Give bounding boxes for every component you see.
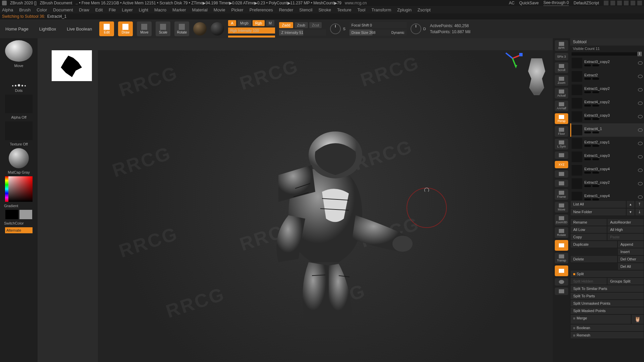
boolean-section[interactable]: Boolean xyxy=(570,324,644,331)
all-high-button[interactable]: All High xyxy=(607,226,644,233)
move3d-button[interactable]: Move xyxy=(555,202,568,213)
all-low-button[interactable]: All Low xyxy=(570,226,607,233)
menu-marker[interactable]: Marker xyxy=(172,7,186,12)
subtool-item[interactable]: Extract2 xyxy=(570,70,644,83)
color-picker[interactable] xyxy=(5,176,33,202)
arrow-up-icon[interactable]: ▴ xyxy=(626,200,635,208)
xpose-button[interactable] xyxy=(555,180,568,187)
visibility-eye-icon[interactable] xyxy=(638,61,643,65)
menu-color[interactable]: Color xyxy=(37,7,47,12)
scale-mode-button[interactable]: Scale xyxy=(156,21,170,36)
subtool-item[interactable]: Extract2_copy2 xyxy=(570,177,644,190)
rgb-intensity-slider[interactable]: Rgb Intensity 100 xyxy=(228,27,275,34)
actual-button[interactable]: Actual xyxy=(555,88,568,99)
ghost-button[interactable] xyxy=(555,265,568,276)
menu-draw[interactable]: Draw xyxy=(79,7,89,12)
visibility-eye-icon[interactable] xyxy=(638,102,643,105)
del-all-button[interactable]: Del All xyxy=(618,263,644,270)
rename-button[interactable]: Rename xyxy=(570,219,607,226)
subtool-item[interactable]: Extract4_1 xyxy=(570,123,644,137)
transp-button[interactable]: Transp xyxy=(555,253,568,263)
menu-render[interactable]: Render xyxy=(279,7,293,12)
menu-movie[interactable]: Movie xyxy=(214,7,225,12)
visibility-eye-icon[interactable] xyxy=(638,195,643,199)
maximize-icon[interactable] xyxy=(631,1,635,5)
menu-alpha[interactable]: Alpha xyxy=(2,7,13,12)
menu-picker[interactable]: Picker xyxy=(231,7,244,12)
subtool-item[interactable]: Extract1_copy4 xyxy=(570,190,644,200)
paste-button[interactable]: Paste xyxy=(607,233,644,241)
viewport[interactable]: RRCG RRCG RRCG RRCG RRCG RRCG RRCG RRCG … xyxy=(38,38,553,362)
visibility-eye-icon[interactable] xyxy=(638,88,643,92)
subtool-item[interactable]: Extract3_copy4 xyxy=(570,164,644,177)
subtool-item[interactable]: Extract3_copy2 xyxy=(570,56,644,70)
menu-preferences[interactable]: Preferences xyxy=(250,7,273,12)
material-thumbnail[interactable] xyxy=(9,148,29,168)
merge-section[interactable]: Merge xyxy=(570,314,631,324)
z-intensity-slider[interactable]: Z Intensity 51 xyxy=(279,29,326,36)
autoreorder-button[interactable]: AutoReorder xyxy=(607,219,644,226)
append-button[interactable]: Append xyxy=(618,241,644,248)
copy-button[interactable]: Copy xyxy=(570,233,607,241)
menu-icon[interactable] xyxy=(610,1,615,5)
new-folder-button[interactable]: New Folder xyxy=(570,208,626,216)
menu-document[interactable]: Document xyxy=(53,7,73,12)
edit-mode-button[interactable]: Edit xyxy=(99,21,114,36)
split-unmasked-button[interactable]: Split Unmasked Points xyxy=(570,300,644,307)
menu-light[interactable]: Light xyxy=(139,7,148,12)
visibility-eye-icon[interactable] xyxy=(638,155,643,159)
alpha-slot[interactable] xyxy=(5,95,33,113)
bpr-button[interactable]: BPR xyxy=(555,40,568,51)
floor-button[interactable]: Floor xyxy=(555,126,568,137)
arrow-down2-icon[interactable]: ⤓ xyxy=(635,208,644,216)
zcut-button[interactable]: Zcut xyxy=(309,22,322,28)
menu-icon[interactable] xyxy=(617,1,622,5)
lsym-button[interactable]: L.Sym xyxy=(555,139,568,149)
menu-layer[interactable]: Layer xyxy=(122,7,133,12)
color-swatches[interactable] xyxy=(5,210,32,219)
split-similar-button[interactable]: Split To Similar Parts xyxy=(570,285,644,292)
lightbox-button[interactable]: LightBox xyxy=(36,22,60,36)
menu-zscript[interactable]: Zscript xyxy=(418,7,431,12)
default-zscript-button[interactable]: DefaultZScript xyxy=(574,1,599,5)
delete-button[interactable]: Delete xyxy=(570,255,618,263)
s-knob[interactable] xyxy=(330,23,341,34)
switch-color-button[interactable]: SwitchColor xyxy=(2,221,24,225)
subtool-item[interactable]: Extract3_copy3 xyxy=(570,110,644,123)
subtool-item[interactable]: Extract4_copy2 xyxy=(570,97,644,110)
split-hidden-button[interactable]: Split Hidden xyxy=(570,278,607,285)
menu-texture[interactable]: Texture xyxy=(337,7,352,12)
stroke-thumbnail[interactable] xyxy=(5,70,33,86)
visibility-eye-icon[interactable] xyxy=(638,169,643,172)
focal-shift-slider[interactable]: Focal Shift 0 xyxy=(350,22,407,28)
rgb-a-button[interactable]: A xyxy=(228,20,236,26)
move-mode-button[interactable]: Move xyxy=(137,21,152,36)
menu-file[interactable]: File xyxy=(109,7,116,12)
xyz-button[interactable]: XYZ xyxy=(555,161,568,168)
duplicate-button[interactable]: Duplicate xyxy=(570,241,618,248)
menu-stencil[interactable]: Stencil xyxy=(299,7,312,12)
menu-material[interactable]: Material xyxy=(192,7,208,12)
frame-button[interactable]: Frame xyxy=(555,189,568,200)
d-knob[interactable] xyxy=(411,23,421,34)
polyf-button[interactable] xyxy=(555,152,568,159)
menu-stroke[interactable]: Stroke xyxy=(318,7,331,12)
zoom3d-button[interactable]: Zoom3D xyxy=(555,215,568,225)
persp-button[interactable]: Persp xyxy=(555,113,568,124)
document-thumbnail[interactable] xyxy=(52,50,92,81)
main-swatch[interactable] xyxy=(5,210,18,219)
visibility-eye-icon[interactable] xyxy=(638,115,643,118)
rgb-button[interactable]: Rgb xyxy=(253,20,265,26)
subtool-item[interactable]: Extract1_copy2 xyxy=(570,83,644,97)
split-section[interactable]: Split xyxy=(570,270,644,278)
owl-icon[interactable]: 🦉 xyxy=(631,314,644,324)
axis-gizmo-icon[interactable] xyxy=(502,48,523,68)
grid-preview-button[interactable] xyxy=(555,288,568,295)
see-through-slider[interactable]: See-through 0 xyxy=(543,0,569,6)
aahalf-button[interactable]: AAHalf xyxy=(555,101,568,111)
close-icon[interactable] xyxy=(637,1,642,5)
gradient-label[interactable]: Gradient xyxy=(2,204,18,208)
remesh-section[interactable]: Remesh xyxy=(570,331,644,339)
arrow-up2-icon[interactable]: ⤒ xyxy=(635,200,644,208)
rotate3d-button[interactable]: Rotate xyxy=(555,227,568,238)
